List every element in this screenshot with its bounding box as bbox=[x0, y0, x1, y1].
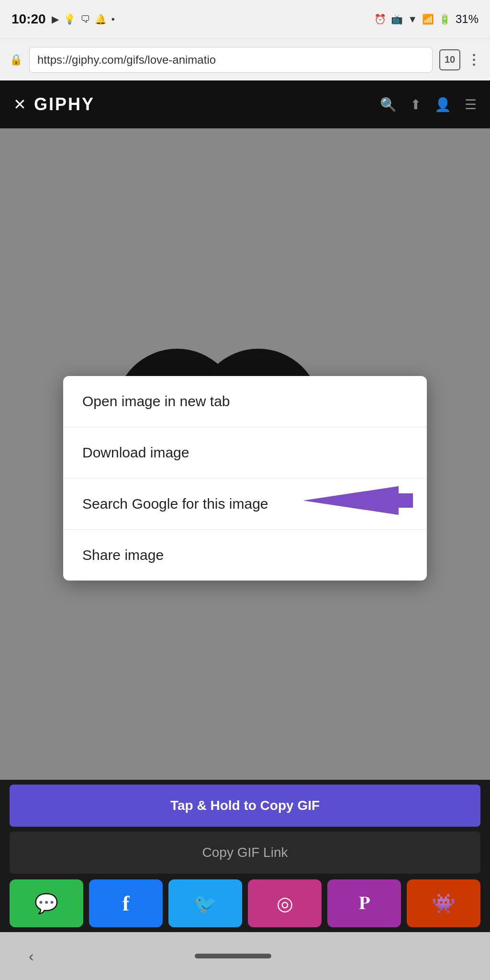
url-bar: 🔒 https://giphy.com/gifs/love-animatio 1… bbox=[0, 38, 490, 80]
share-instagram-button[interactable]: ◎ bbox=[248, 879, 322, 927]
share-reddit-button[interactable]: 👾 bbox=[407, 879, 480, 927]
tab-count[interactable]: 10 bbox=[439, 49, 460, 70]
social-share-row: 💬 f 🐦 ◎ 𝐏 👾 bbox=[10, 879, 480, 927]
wifi-icon: ▼ bbox=[408, 14, 417, 25]
back-button[interactable]: ‹ bbox=[29, 947, 34, 965]
copy-gif-label: Copy GIF Link bbox=[202, 845, 288, 860]
main-content: ✕ GIPHY 🔍 ⬆ 👤 ☰ Open image in new tab bbox=[0, 80, 490, 980]
giphy-header-left: ✕ GIPHY bbox=[13, 94, 95, 114]
giphy-nav-icons: 🔍 ⬆ 👤 ☰ bbox=[380, 97, 477, 113]
url-text: https://giphy.com/gifs/love-animatio bbox=[37, 53, 216, 67]
share-facebook-button[interactable]: f bbox=[89, 879, 163, 927]
play-icon: ▶ bbox=[52, 13, 59, 25]
reddit-icon: 👾 bbox=[432, 892, 456, 915]
close-icon[interactable]: ✕ bbox=[13, 95, 26, 114]
share-messages-button[interactable]: 💬 bbox=[10, 879, 83, 927]
open-image-new-tab[interactable]: Open image in new tab bbox=[63, 376, 427, 427]
home-pill[interactable] bbox=[195, 954, 271, 958]
cast-icon: 📺 bbox=[391, 13, 403, 25]
arrow-annotation bbox=[265, 467, 418, 536]
giphy-logo: GIPHY bbox=[34, 94, 95, 114]
user-icon[interactable]: 👤 bbox=[434, 97, 451, 113]
status-icons: ▶ 💡 🗨 🔔 • bbox=[52, 13, 115, 25]
menu-dots[interactable]: ⋮ bbox=[467, 52, 480, 68]
signal-icon: 📶 bbox=[422, 13, 434, 25]
battery-percentage: 31% bbox=[456, 12, 479, 26]
pinterest-icon: 𝐏 bbox=[359, 893, 370, 914]
messenger-icon: 🗨 bbox=[80, 14, 90, 25]
copy-gif-link-button[interactable]: Copy GIF Link bbox=[10, 832, 480, 874]
share-image[interactable]: Share image bbox=[63, 530, 427, 581]
hamburger-icon[interactable]: ☰ bbox=[465, 97, 477, 113]
lock-icon: 🔒 bbox=[10, 54, 22, 66]
svg-rect-6 bbox=[399, 493, 413, 508]
alarm-icon: ⏰ bbox=[374, 13, 386, 25]
status-bar: 10:20 ▶ 💡 🗨 🔔 • ⏰ 📺 ▼ 📶 🔋 31% bbox=[0, 0, 490, 38]
facebook-icon: f bbox=[122, 891, 130, 916]
messages-icon: 💬 bbox=[34, 892, 58, 915]
share-twitter-button[interactable]: 🐦 bbox=[168, 879, 242, 927]
twitter-icon: 🐦 bbox=[193, 892, 217, 915]
giphy-header: ✕ GIPHY 🔍 ⬆ 👤 ☰ bbox=[0, 80, 490, 128]
url-input[interactable]: https://giphy.com/gifs/love-animatio bbox=[29, 47, 433, 73]
svg-marker-5 bbox=[303, 486, 399, 515]
status-left: 10:20 ▶ 💡 🗨 🔔 • bbox=[11, 11, 115, 27]
bottom-nav-bar: ‹ bbox=[0, 932, 490, 980]
status-right: ⏰ 📺 ▼ 📶 🔋 31% bbox=[374, 12, 479, 26]
instagram-icon: ◎ bbox=[277, 892, 293, 914]
upload-icon[interactable]: ⬆ bbox=[410, 97, 421, 113]
brightness-icon: 💡 bbox=[64, 13, 76, 25]
status-time: 10:20 bbox=[11, 11, 46, 27]
bell-icon: 🔔 bbox=[95, 13, 107, 25]
battery-icon: 🔋 bbox=[439, 13, 451, 25]
tap-hold-copy-gif-button[interactable]: Tap & Hold to Copy GIF bbox=[10, 785, 480, 827]
tap-hold-label: Tap & Hold to Copy GIF bbox=[170, 798, 320, 813]
share-pinterest-button[interactable]: 𝐏 bbox=[327, 879, 401, 927]
search-icon[interactable]: 🔍 bbox=[380, 97, 397, 113]
dot-icon: • bbox=[111, 14, 115, 25]
gif-display-area: Open image in new tab Download image Sea… bbox=[0, 128, 490, 780]
